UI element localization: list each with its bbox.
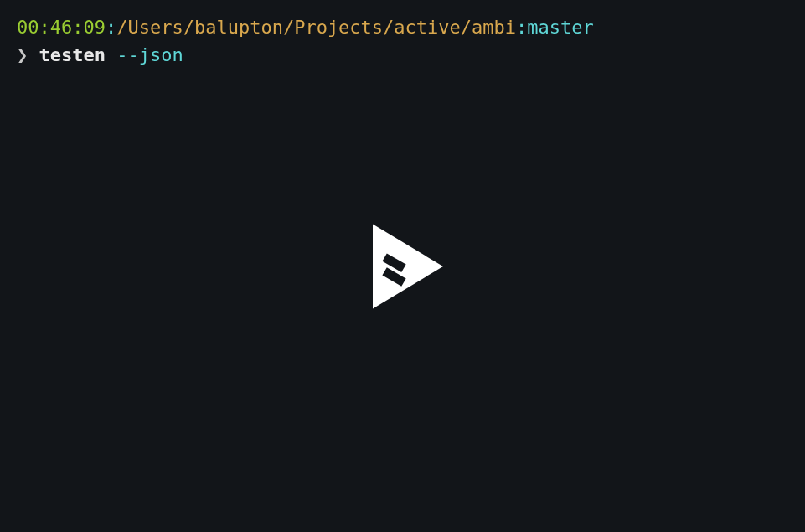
prompt-branch: master (527, 17, 593, 38)
command-name: testen (39, 44, 106, 65)
prompt-line-2: ❯ testen --json (17, 41, 788, 69)
prompt-separator-1: : (106, 17, 116, 38)
prompt-path: /Users/balupton/Projects/active/ambi (116, 17, 516, 38)
play-icon (353, 214, 453, 318)
play-button[interactable] (353, 214, 453, 318)
prompt-line-1: 00:46:09:/Users/balupton/Projects/active… (17, 13, 788, 41)
prompt-separator-2: : (516, 17, 527, 38)
command-flag: --json (106, 44, 183, 65)
prompt-time: 00:46:09 (17, 17, 106, 38)
terminal-output: 00:46:09:/Users/balupton/Projects/active… (0, 0, 805, 82)
svg-marker-0 (373, 224, 443, 308)
prompt-symbol: ❯ (17, 44, 39, 65)
